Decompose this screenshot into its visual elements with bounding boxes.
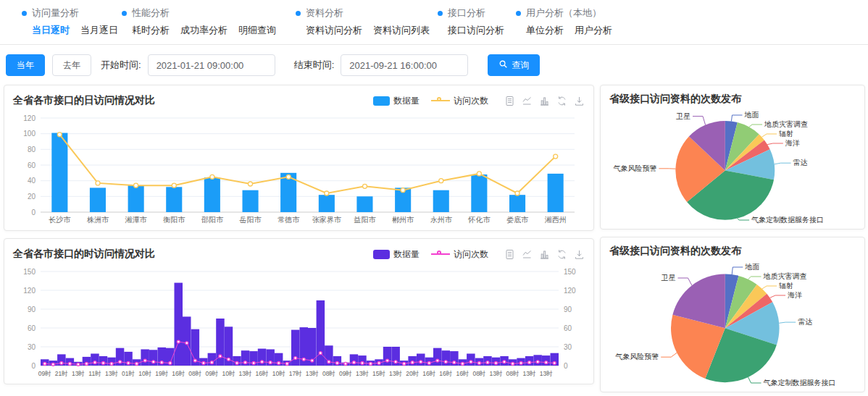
nav-item-today-hourly[interactable]: 当日逐时: [32, 24, 70, 37]
hourly-chart-card: 全省各市接口的时访问情况对比 数据量 访问次数: [4, 238, 594, 384]
svg-text:15时: 15时: [372, 370, 385, 377]
nav-item-user-analysis[interactable]: 用户分析: [575, 24, 612, 37]
svg-text:13时: 13时: [540, 370, 553, 377]
chart-title: 全省各市接口的日访问情况对比: [13, 94, 373, 107]
start-time-input[interactable]: [148, 54, 275, 76]
svg-text:海洋: 海洋: [785, 139, 800, 147]
nav-item-month-daily[interactable]: 当月逐日: [80, 24, 118, 37]
download-icon[interactable]: [574, 249, 585, 260]
nav-item-time-cost[interactable]: 耗时分析: [132, 24, 170, 37]
svg-text:永州市: 永州市: [430, 216, 453, 224]
svg-text:地面: 地面: [744, 263, 759, 271]
chart-toolbox: [504, 96, 585, 106]
legend-item-line[interactable]: 访问次数: [431, 95, 488, 107]
bar-switch-icon[interactable]: [539, 249, 550, 260]
svg-text:13时: 13时: [389, 370, 402, 377]
bullet-icon: [122, 11, 127, 16]
svg-text:60: 60: [28, 324, 36, 332]
chart-title: 省级接口访问资料的次数发布: [609, 93, 856, 106]
nav-item-api-access-analysis[interactable]: 接口访问分析: [448, 24, 504, 37]
svg-text:怀化市: 怀化市: [467, 216, 491, 224]
svg-text:辐射: 辐射: [779, 282, 793, 290]
svg-text:长沙市: 长沙市: [49, 216, 71, 224]
end-time-input[interactable]: [341, 54, 468, 76]
filter-bar: 当年 去年 开始时间: 结束时间: 查询: [0, 45, 868, 85]
svg-text:20时: 20时: [406, 370, 419, 377]
legend-item-bar[interactable]: 数据量: [373, 95, 420, 107]
svg-text:150: 150: [23, 268, 36, 276]
svg-text:娄底市: 娄底市: [506, 216, 529, 224]
nav-item-success-rate[interactable]: 成功率分析: [180, 24, 228, 37]
svg-text:90: 90: [564, 306, 572, 313]
svg-text:90: 90: [28, 306, 36, 313]
nav-item-detail-query[interactable]: 明细查询: [238, 24, 276, 37]
nav-group-title: 访问量分析: [32, 7, 79, 20]
data-view-icon[interactable]: [504, 249, 515, 260]
svg-text:21时: 21时: [55, 370, 68, 377]
svg-text:19时: 19时: [155, 370, 168, 377]
svg-text:08时: 08时: [506, 370, 519, 377]
svg-text:08时: 08时: [322, 370, 335, 377]
svg-text:10时: 10时: [138, 370, 151, 377]
legend-item-bar[interactable]: 数据量: [373, 248, 420, 261]
line-switch-icon[interactable]: [522, 96, 533, 106]
svg-text:辐射: 辐射: [779, 130, 793, 138]
bar-switch-icon[interactable]: [539, 96, 550, 106]
svg-text:卫星: 卫星: [676, 112, 690, 120]
svg-text:地质灾害调查: 地质灾害调查: [763, 272, 807, 280]
last-year-button[interactable]: 去年: [52, 54, 91, 76]
data-view-icon[interactable]: [504, 96, 515, 106]
nav-group-data: 资料分析 资料访问分析 资料访问列表: [296, 7, 438, 37]
chart-toolbox: [504, 249, 585, 260]
province-pie-chart-1[interactable]: 地面地质灾害调查辐射海洋雷达气象定制数据服务接口卫星气象风险预警: [609, 108, 856, 226]
line-switch-icon[interactable]: [522, 249, 533, 260]
dashboard-main: 全省各市接口的日访问情况对比 数据量 访问次数: [0, 85, 868, 392]
svg-text:13时: 13时: [523, 370, 536, 377]
svg-text:卫星: 卫星: [662, 274, 676, 282]
restore-icon[interactable]: [556, 96, 567, 106]
svg-text:80: 80: [28, 146, 36, 153]
nav-item-unit-analysis[interactable]: 单位分析: [526, 24, 564, 37]
svg-text:11时: 11时: [88, 370, 101, 377]
svg-text:16时: 16时: [456, 370, 469, 377]
download-icon[interactable]: [574, 96, 585, 106]
svg-text:100: 100: [23, 130, 36, 138]
hourly-bar-line-chart[interactable]: 0030306060909012012015015009时21时13时11时13…: [13, 264, 586, 379]
nav-item-data-access-analysis[interactable]: 资料访问分析: [306, 24, 362, 37]
svg-text:09时: 09时: [38, 370, 51, 377]
svg-text:湘潭市: 湘潭市: [125, 216, 148, 224]
chart-title: 省级接口访问资料的次数发布: [609, 245, 856, 258]
legend-item-line[interactable]: 访问次数: [431, 248, 488, 261]
svg-text:08时: 08时: [472, 370, 485, 377]
line-marker-icon: [431, 100, 450, 101]
svg-text:120: 120: [564, 287, 576, 295]
nav-group-user: 用户分析（本地） 单位分析 用户分析: [516, 7, 612, 37]
nav-group-title: 性能分析: [132, 7, 170, 20]
nav-item-data-access-list[interactable]: 资料访问列表: [373, 24, 430, 37]
svg-text:雷达: 雷达: [793, 159, 808, 167]
svg-text:地质灾害调查: 地质灾害调查: [764, 120, 808, 128]
svg-text:邵阳市: 邵阳市: [201, 216, 224, 224]
svg-text:13时: 13时: [105, 370, 118, 377]
svg-text:岳阳市: 岳阳市: [239, 216, 262, 224]
svg-text:张家界市: 张家界市: [312, 216, 342, 224]
bar-swatch-icon: [373, 250, 390, 259]
svg-text:13时: 13时: [72, 370, 85, 377]
bullet-icon: [22, 11, 27, 16]
start-time-label: 开始时间:: [101, 59, 141, 72]
top-nav: 访问量分析 当日逐时 当月逐日 性能分析 耗时分析 成功率分析 明细查询 资料分…: [0, 0, 868, 45]
svg-text:40: 40: [28, 177, 36, 185]
svg-text:雷达: 雷达: [798, 318, 812, 326]
restore-icon[interactable]: [556, 249, 567, 260]
svg-text:30: 30: [564, 343, 572, 351]
svg-text:13时: 13时: [356, 370, 369, 377]
this-year-button[interactable]: 当年: [6, 54, 45, 76]
svg-text:120: 120: [23, 287, 36, 295]
svg-text:0: 0: [564, 362, 568, 370]
svg-text:20: 20: [28, 193, 36, 201]
svg-text:09时: 09时: [339, 370, 352, 377]
province-pie-chart-2[interactable]: 地面地质灾害调查辐射海洋雷达气象定制数据服务接口卫星气象风险预警: [609, 260, 856, 389]
search-button[interactable]: 查询: [488, 54, 540, 76]
daily-bar-line-chart[interactable]: 020406080100120长沙市株洲市湘潭市衡阳市邵阳市岳阳市常德市张家界市…: [13, 111, 586, 225]
svg-text:60: 60: [28, 161, 36, 169]
